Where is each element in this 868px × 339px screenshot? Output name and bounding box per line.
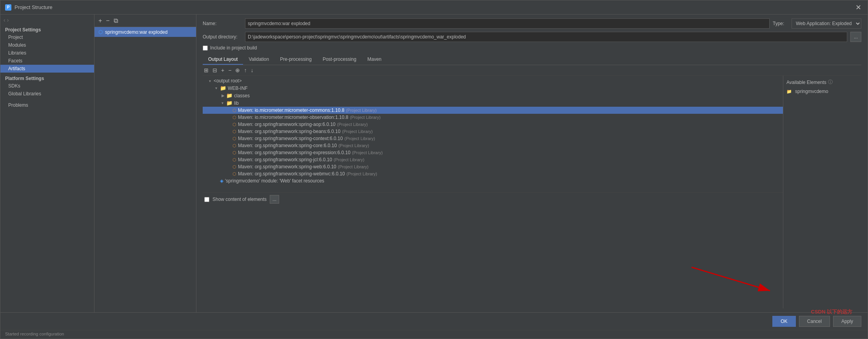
tree-classes[interactable]: ▶ 📁 classes: [203, 92, 783, 99]
footer: OK Cancel Apply: [0, 312, 868, 330]
tabs-bar: Output Layout Validation Pre-processing …: [203, 55, 861, 65]
sidebar-item-facets[interactable]: Facets: [0, 57, 94, 65]
jar-icon: ⬡: [232, 164, 236, 170]
show-content-btn[interactable]: ...: [270, 195, 279, 204]
show-content-row: Show content of elements ...: [203, 192, 783, 206]
sidebar-item-modules[interactable]: Modules: [0, 41, 94, 49]
layout-btn-remove[interactable]: −: [227, 67, 232, 73]
tree-maven-item-0[interactable]: ⬡ Maven: io.micrometer:micrometer-common…: [203, 107, 783, 114]
tree-root[interactable]: ▾ <output root>: [203, 77, 783, 84]
module-label: 'springmvcdemo' module: 'Web' facet reso…: [225, 178, 324, 184]
tree-maven-item-4[interactable]: ⬡ Maven: org.springframework:spring-cont…: [203, 135, 783, 142]
forward-arrow[interactable]: ›: [7, 17, 9, 23]
jar-icon: ⬡: [232, 122, 236, 127]
name-row: Name: Type: Web Application: Exploded: [203, 18, 861, 29]
jar-icon: ⬡: [232, 136, 236, 141]
tree-web-inf[interactable]: ▾ 📁 WEB-INF: [203, 84, 783, 92]
output-dir-label: Output directory:: [203, 34, 242, 40]
layout-btn-expand[interactable]: ⊕: [234, 67, 241, 73]
tab-post-processing[interactable]: Post-processing: [317, 55, 362, 65]
status-text: Started recording configuration: [5, 332, 64, 336]
include-in-build-row: Include in project build: [203, 45, 861, 51]
status-bar: Started recording configuration: [0, 330, 868, 339]
close-button[interactable]: ✕: [854, 3, 863, 12]
available-item-springmvcdemo[interactable]: 📁 springmvcdemo: [786, 88, 858, 95]
tab-output-layout[interactable]: Output Layout: [203, 55, 243, 65]
sidebar: ‹ › Project Settings Project Modules Lib…: [0, 15, 94, 312]
tree-maven-item-9[interactable]: ⬡ Maven: org.springframework:spring-webm…: [203, 170, 783, 177]
sidebar-item-artifacts[interactable]: Artifacts: [0, 65, 94, 73]
web-inf-label: WEB-INF: [228, 86, 248, 91]
add-artifact-button[interactable]: +: [98, 18, 103, 24]
project-structure-window: P Project Structure ✕ ‹ › Project Settin…: [0, 0, 868, 339]
folder-icon: 📁: [226, 93, 232, 98]
artifact-icon: ⬡: [98, 29, 103, 35]
jar-icon: ⬡: [232, 129, 236, 134]
jar-icon: ⬡: [232, 108, 236, 113]
sidebar-item-problems[interactable]: Problems: [0, 99, 94, 109]
include-in-build-checkbox[interactable]: [203, 46, 208, 51]
apply-button[interactable]: Apply: [833, 316, 861, 327]
tree-maven-item-8[interactable]: ⬡ Maven: org.springframework:spring-web:…: [203, 163, 783, 170]
output-dir-input[interactable]: [245, 32, 847, 42]
layout-btn-add[interactable]: +: [220, 67, 225, 73]
classes-label: classes: [234, 93, 250, 98]
tree-maven-item-7[interactable]: ⬡ Maven: org.springframework:spring-jcl:…: [203, 156, 783, 163]
type-select[interactable]: Web Application: Exploded: [792, 18, 861, 29]
platform-settings-label: Platform Settings: [0, 73, 94, 82]
cancel-button[interactable]: Cancel: [799, 316, 830, 327]
csdn-watermark: CSDN 以下的远方: [811, 308, 852, 315]
tree-maven-item-1[interactable]: ⬡ Maven: io.micrometer:micrometer-observ…: [203, 114, 783, 121]
include-in-build-label: Include in project build: [210, 45, 257, 51]
sidebar-item-global-libraries[interactable]: Global Libraries: [0, 90, 94, 98]
layout-btn-list[interactable]: ⊟: [211, 67, 218, 73]
tab-pre-processing[interactable]: Pre-processing: [274, 55, 317, 65]
type-label: Type:: [773, 21, 788, 26]
horizontal-panels: + − ⧉ ⬡ springmvcdemo:war exploded Name:…: [94, 15, 868, 312]
output-dir-row: Output directory: ...: [203, 32, 861, 42]
artifact-list-item[interactable]: ⬡ springmvcdemo:war exploded: [94, 27, 196, 37]
tree-lib[interactable]: ▾ 📁 lib: [203, 99, 783, 107]
jar-icon: ⬡: [232, 157, 236, 162]
folder-icon: 📁: [220, 85, 226, 91]
sidebar-item-sdks[interactable]: SDKs: [0, 82, 94, 90]
nav-arrows: ‹ ›: [0, 15, 94, 26]
sidebar-item-project[interactable]: Project: [0, 33, 94, 41]
tree-maven-item-6[interactable]: ⬡ Maven: org.springframework:spring-expr…: [203, 149, 783, 156]
project-settings-label: Project Settings: [0, 26, 94, 33]
layout-btn-down[interactable]: ↓: [249, 67, 254, 73]
tree-maven-item-5[interactable]: ⬡ Maven: org.springframework:spring-core…: [203, 142, 783, 149]
copy-artifact-button[interactable]: ⧉: [113, 18, 119, 24]
tab-validation[interactable]: Validation: [243, 55, 274, 65]
name-label: Name:: [203, 21, 242, 26]
available-elements-title: Available Elements ⓘ: [786, 79, 858, 86]
tree-module-item[interactable]: ◈ 'springmvcdemo' module: 'Web' facet re…: [203, 177, 783, 184]
tree-maven-item-2[interactable]: ⬡ Maven: org.springframework:spring-aop:…: [203, 121, 783, 128]
layout-btn-grid[interactable]: ⊞: [203, 67, 210, 73]
name-input[interactable]: [245, 18, 770, 29]
tab-maven[interactable]: Maven: [362, 55, 387, 65]
back-arrow[interactable]: ‹: [4, 17, 5, 23]
tree-maven-item-3[interactable]: ⬡ Maven: org.springframework:spring-bean…: [203, 128, 783, 135]
remove-artifact-button[interactable]: −: [105, 18, 110, 24]
title-bar: P Project Structure ✕: [0, 0, 868, 15]
jar-icon: ⬡: [232, 143, 236, 148]
app-icon: P: [5, 4, 11, 11]
main-content: ‹ › Project Settings Project Modules Lib…: [0, 15, 868, 312]
window-title: Project Structure: [15, 4, 854, 10]
ok-button[interactable]: OK: [772, 316, 795, 327]
sidebar-item-libraries[interactable]: Libraries: [0, 49, 94, 57]
available-elements-panel: Available Elements ⓘ 📁 springmvcdemo: [783, 76, 861, 308]
artifact-list-panel: + − ⧉ ⬡ springmvcdemo:war exploded: [94, 15, 196, 312]
jar-icon: ⬡: [232, 115, 236, 120]
tree-panel: ▾ <output root> ▾ 📁 WEB-INF ▶ 📁: [203, 76, 783, 308]
browse-button[interactable]: ...: [850, 32, 861, 42]
jar-icon: ⬡: [232, 171, 236, 177]
artifact-item-label: springmvcdemo:war exploded: [105, 29, 167, 35]
show-content-checkbox[interactable]: [204, 197, 209, 202]
layout-btn-up[interactable]: ↑: [243, 67, 248, 73]
folder-icon: 📁: [786, 89, 792, 94]
output-layout-toolbar: ⊞ ⊟ + − ⊕ ↑ ↓: [203, 65, 861, 76]
folder-icon: 📁: [226, 100, 232, 106]
artifact-toolbar: + − ⧉: [94, 15, 196, 27]
